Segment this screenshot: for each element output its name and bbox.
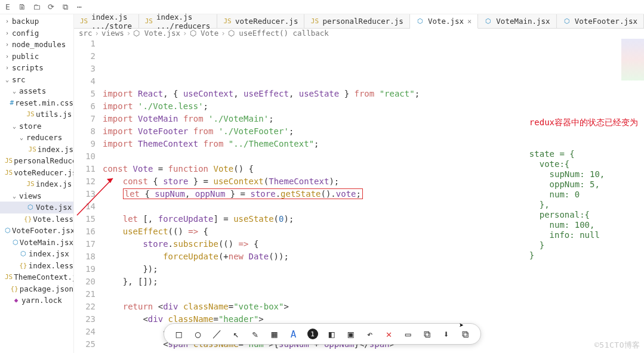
tab-label: VoteFooter.jsx	[575, 17, 637, 26]
code-line[interactable]: </div>	[103, 351, 644, 353]
tree-item[interactable]: ›public	[0, 51, 73, 63]
toolbar-item[interactable]: ✕	[384, 329, 395, 339]
toolbar-item[interactable]: ⬇	[441, 329, 452, 339]
editor-tab[interactable]: JSvoteReducer.js	[217, 14, 304, 28]
editor-tab[interactable]: JSindex.js .../reducers	[139, 14, 217, 28]
tree-item[interactable]: ›scripts	[0, 62, 73, 74]
editor-tab[interactable]: JSpersonalReducer.js	[304, 14, 409, 28]
tree-item[interactable]: {}package.json	[0, 283, 73, 295]
breadcrumb-item[interactable]: src	[79, 29, 93, 38]
toolbar-item[interactable]: ◧	[326, 329, 337, 339]
toolbar-item[interactable]: ／	[212, 329, 223, 339]
toolbar-item[interactable]: ⧉	[422, 329, 433, 339]
new-file-icon[interactable]: 🗎	[18, 3, 26, 11]
tree-item[interactable]: ⬡VoteMain.jsx	[0, 237, 73, 249]
toolbar-item[interactable]: ✎	[250, 329, 261, 339]
breadcrumb-item[interactable]: views	[101, 29, 124, 38]
tree-label: reset.min.css	[15, 98, 73, 107]
tree-label: store	[19, 122, 42, 131]
tree-item[interactable]: ›config	[0, 27, 73, 39]
tree-item[interactable]: JSvoteReducer.js	[0, 167, 73, 179]
toolbar-item[interactable]: ▦	[269, 329, 280, 339]
editor-tab[interactable]: ⬡Vote.jsx×	[410, 14, 478, 29]
tree-item[interactable]: ›backup	[0, 16, 73, 27]
new-folder-icon[interactable]: 🗀	[32, 3, 41, 11]
tree-item[interactable]: ›node_modules	[0, 39, 73, 51]
filetype-icon: JS	[223, 17, 232, 25]
tree-item[interactable]: ⬡index.jsx	[0, 248, 73, 260]
breadcrumb-item[interactable]: ⬡ useEffect() callback	[228, 29, 329, 38]
toolbar-item[interactable]: ↶	[365, 329, 375, 339]
tree-label: reducers	[26, 133, 62, 142]
file-icon: ⬡	[13, 239, 19, 246]
filetype-icon: ⬡	[563, 17, 571, 25]
file-icon: ⬡	[26, 203, 35, 211]
tree-label: Vote.less	[33, 215, 73, 224]
tree-item[interactable]: JSpersonalReduce...	[0, 155, 73, 167]
tree-item[interactable]: ⌄reducers	[0, 132, 73, 144]
tree-item[interactable]: ⌄store	[0, 120, 73, 132]
file-icon: {}	[19, 262, 27, 270]
code-line[interactable]: return <div className="vote-box">	[103, 301, 644, 313]
file-icon: JS	[5, 157, 13, 165]
toolbar-item[interactable]: □	[174, 329, 184, 339]
editor-tab[interactable]: ⬡VoteMain.jsx	[478, 14, 556, 28]
tree-label: voteReducer.js	[14, 168, 74, 177]
editor-tab[interactable]: ⬡VoteFooter.jsx	[557, 14, 644, 28]
code-line[interactable]	[103, 288, 644, 301]
tree-item[interactable]: JSindex.js	[0, 144, 73, 156]
breadcrumb-item[interactable]: ⬡ Vote.jsx	[133, 29, 180, 38]
toolbar-item[interactable]: 1	[307, 329, 318, 339]
sidebar: ›backup›config›node_modules›public›scrip…	[0, 14, 74, 353]
toolbar-item[interactable]: ▣	[346, 329, 356, 339]
toolbar-item[interactable]: ⧉	[460, 329, 471, 339]
file-icon: JS	[5, 273, 13, 281]
toolbar-item[interactable]: ○	[193, 329, 204, 339]
editor-tab[interactable]: JSindex.js .../store	[74, 14, 139, 28]
tree-label: ThemeContext.js	[14, 273, 74, 281]
filetype-icon: JS	[80, 17, 88, 25]
tree-label: index.less	[29, 261, 73, 270]
tree-item[interactable]: ⬡Vote.jsx	[0, 202, 73, 213]
screenshot-toolbar[interactable]: □○／↖✎▦A1◧▣↶✕▭⧉⬇⧉	[164, 323, 481, 345]
file-icon: JS	[5, 169, 13, 176]
file-icon: {}	[24, 215, 32, 223]
file-icon: ⬡	[19, 250, 27, 258]
breadcrumb[interactable]: src›views›⬡ Vote.jsx›⬡ Vote›⬡ useEffect(…	[74, 29, 644, 38]
tree-item[interactable]: ◆yarn.lock	[0, 295, 73, 306]
tree-label: index.js	[38, 145, 73, 154]
tree-item[interactable]: {}index.less	[0, 260, 73, 272]
filetype-icon: ⬡	[484, 17, 492, 25]
tree-item[interactable]: JSindex.js	[0, 178, 73, 190]
file-icon: #	[10, 99, 14, 107]
tree-label: index.jsx	[29, 249, 69, 258]
tree-item[interactable]: JSutils.js	[0, 109, 73, 120]
toolbar-item[interactable]: ▭	[403, 329, 414, 339]
tree-item[interactable]: ⌄assets	[0, 85, 73, 97]
tree-label: yarn.lock	[21, 296, 62, 305]
refresh-icon[interactable]: ⟳	[47, 3, 55, 11]
code-editor[interactable]: 1234567891011121314151617181920212223242…	[74, 38, 644, 353]
tree-label: package.json	[20, 284, 73, 293]
tree-item[interactable]: JSThemeContext.js	[0, 271, 73, 283]
annotation-arrow	[71, 174, 119, 221]
tree-item[interactable]: {}Vote.less	[0, 213, 73, 225]
collapse-icon[interactable]: ⧉	[61, 3, 69, 11]
tree-label: config	[12, 29, 39, 38]
tree-item[interactable]: #reset.min.css	[0, 97, 73, 109]
tree-item[interactable]: ⬡VoteFooter.jsx	[0, 225, 73, 237]
app-initial: E	[4, 3, 12, 11]
tree-label: scripts	[12, 63, 44, 72]
toolbar-item[interactable]: A	[288, 329, 299, 339]
minimap[interactable]	[621, 39, 644, 80]
svg-line-0	[77, 178, 113, 215]
toolbar-item[interactable]: ↖	[231, 329, 242, 339]
more-icon[interactable]: ⋯	[75, 3, 84, 11]
tab-label: index.js .../reducers	[156, 13, 211, 30]
file-icon: JS	[26, 110, 35, 118]
tree-item[interactable]: ⌄src	[0, 74, 73, 86]
close-icon[interactable]: ×	[467, 17, 472, 26]
tree-label: src	[12, 75, 26, 84]
breadcrumb-item[interactable]: ⬡ Vote	[190, 29, 219, 38]
tree-item[interactable]: ⌄views	[0, 190, 73, 202]
